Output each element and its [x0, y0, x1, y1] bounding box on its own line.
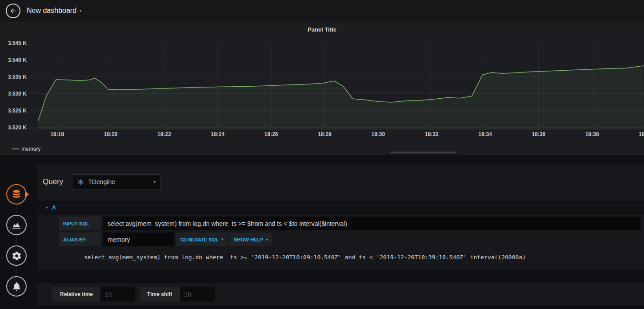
y-axis-tick-label: 3.535 K: [8, 74, 27, 80]
panel-title[interactable]: Panel Title: [0, 21, 644, 33]
input-sql-field[interactable]: [103, 217, 640, 230]
horizontal-scrollbar[interactable]: [390, 152, 457, 153]
x-axis-tick-label: 18:28: [318, 131, 332, 137]
query-ref-id: A: [52, 204, 56, 211]
legend-item[interactable]: memory: [12, 146, 40, 152]
dashboard-title: New dashboard: [27, 7, 76, 15]
top-navbar: New dashboard ▾: [0, 0, 644, 21]
alias-by-row: ALIAS BY GENERATE SQL ▾ SHOW HELP ▸: [59, 233, 640, 246]
sidebar-item-queries[interactable]: [6, 184, 27, 205]
chevron-down-icon: ▾: [221, 238, 223, 241]
query-section-title: Query: [43, 177, 63, 186]
panel-editor: Query TDengine ▾: [0, 155, 644, 309]
sidebar-item-alert[interactable]: [6, 276, 27, 297]
relative-time-field[interactable]: [100, 287, 135, 301]
query-editor: Query TDengine ▾: [37, 155, 644, 309]
sidebar-item-visualization[interactable]: [6, 215, 27, 235]
x-axis-tick-label: 18:36: [532, 131, 546, 137]
y-axis-tick-label: 3.530 K: [8, 91, 27, 97]
x-axis-tick-label: 18:40: [639, 131, 644, 137]
alias-by-label: ALIAS BY: [59, 233, 101, 246]
x-axis-tick-label: 18:38: [585, 131, 599, 137]
x-axis-tick-label: 18:34: [478, 131, 492, 137]
x-axis-tick-label: 18:18: [50, 131, 64, 137]
input-sql-label: INPUT SQL: [59, 217, 101, 230]
x-axis-tick-label: 18:32: [425, 131, 439, 137]
legend-series-label: memory: [21, 146, 40, 152]
relative-time-label: Relative time: [52, 287, 100, 301]
database-icon: [11, 189, 22, 200]
query-options-row: Relative time Time shift: [37, 283, 644, 305]
x-axis-tick-label: 18:24: [211, 131, 224, 137]
y-axis-tick-label: 3.525 K: [8, 108, 27, 114]
datasource-name: TDengine: [88, 178, 149, 185]
y-axis-tick-label: 3.540 K: [8, 57, 27, 63]
time-shift-label: Time shift: [140, 287, 180, 301]
gear-icon: [12, 251, 22, 261]
chart-legend: memory: [12, 146, 40, 152]
input-sql-row: INPUT SQL: [59, 217, 640, 230]
y-axis-tick-label: 3.520 K: [8, 124, 27, 131]
time-shift-field[interactable]: [180, 287, 215, 301]
generate-sql-label: GENERATE SQL: [180, 237, 219, 242]
show-help-button[interactable]: SHOW HELP ▸: [229, 233, 272, 246]
bell-icon: [12, 281, 22, 292]
show-help-label: SHOW HELP: [234, 237, 264, 242]
x-axis-tick-label: 18:30: [372, 131, 385, 137]
generate-sql-button[interactable]: GENERATE SQL ▾: [176, 233, 228, 246]
datasource-picker[interactable]: TDengine ▾: [72, 174, 161, 189]
graph-panel: Panel Title 3.545 K3.540 K3.535 K3.530 K…: [0, 21, 644, 155]
back-button[interactable]: [6, 4, 20, 18]
arrow-left-icon: [9, 7, 17, 15]
query-card: Query TDengine ▾: [37, 164, 644, 270]
series-area: [38, 66, 644, 129]
legend-series-marker: [12, 148, 19, 149]
generated-sql-preview: select avg(mem_system) from log.dn where…: [84, 254, 637, 261]
timeseries-chart[interactable]: 3.545 K3.540 K3.535 K3.530 K3.525 K3.520…: [0, 35, 644, 148]
alias-by-field[interactable]: [103, 233, 174, 246]
editor-sidebar: [0, 155, 37, 309]
graph-icon: [11, 220, 22, 230]
dashboard-title-dropdown[interactable]: New dashboard ▾: [27, 7, 82, 15]
tdengine-logo-icon: [77, 179, 84, 185]
chevron-right-icon: ▸: [266, 238, 268, 241]
chevron-down-icon: ▾: [46, 205, 48, 210]
chevron-down-icon: ▾: [154, 180, 156, 184]
chevron-down-icon: ▾: [80, 9, 82, 13]
x-axis-tick-label: 18:26: [264, 131, 278, 137]
query-row-header[interactable]: ▾ A: [37, 201, 644, 214]
sidebar-item-general[interactable]: [6, 245, 27, 266]
x-axis-tick-label: 18:20: [104, 131, 118, 137]
y-axis-tick-label: 3.545 K: [8, 40, 27, 46]
x-axis-tick-label: 18:22: [157, 131, 171, 137]
